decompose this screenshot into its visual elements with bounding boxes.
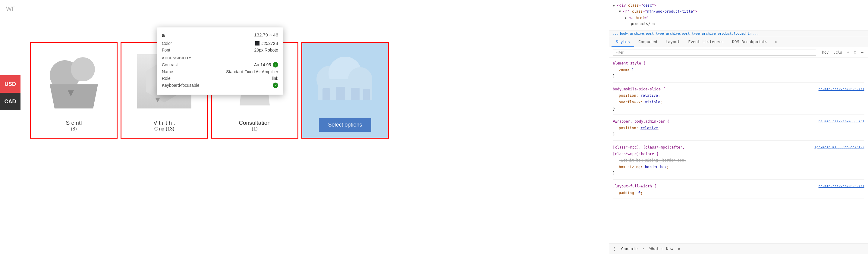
close-tab-button[interactable]: ✕: [678, 247, 680, 251]
product-title-1: S c ntl: [66, 120, 82, 126]
tooltip-font-label: Font: [162, 47, 170, 53]
css-property-webkit-box-sizing: -webkit-box-sizing: border-box;: [613, 157, 864, 164]
devtools-tabs: Styles Computed Layout Event Listeners D…: [609, 37, 868, 47]
product-count-3: (1): [252, 126, 258, 132]
css-source-1[interactable]: be.min.css?ver=26.6.7:1: [818, 86, 864, 92]
html-line-2: ▼ <h4 class="mfn-woo-product-title">: [613, 8, 864, 14]
tooltip-name-value: Standard Fixed Air Amplifier: [226, 69, 278, 74]
console-tab[interactable]: Console: [621, 247, 638, 251]
tab-computed[interactable]: Computed: [634, 37, 661, 47]
tooltip-color-row: Color #25272B: [162, 41, 278, 46]
css-selector-element-style: element.style {: [613, 60, 864, 67]
breadcrumb-path: body.archive.post-type-archive.post-type…: [620, 32, 752, 36]
tooltip-element: a: [162, 32, 165, 38]
product-title-2: V t r t h :: [153, 120, 175, 126]
color-swatch: [255, 41, 259, 45]
tooltip-color-value: #25272B: [255, 41, 278, 46]
css-block-mobile-side-slide: body.mobile-side-slide { be.min.css?ver=…: [613, 86, 864, 115]
devtools-console-bar: ⋮ Console • What's New ✕: [609, 243, 868, 254]
tooltip-contrast-value: Aa 14.95 ✓: [254, 62, 278, 67]
css-selector-mpc-1: [class*=mpc], [class*=mpc]:after, mpc-ma…: [613, 144, 864, 151]
tooltip-accessibility-title: ACCESSIBILITY: [162, 56, 278, 60]
cad-button[interactable]: CAD: [0, 93, 21, 110]
css-property-position: position: relative;: [613, 93, 864, 99]
breadcrumb-dots: ...: [613, 32, 619, 36]
css-selector-mobile-side-slide: body.mobile-side-slide { be.min.css?ver=…: [613, 86, 864, 93]
svg-rect-6: [351, 88, 360, 100]
product-title-3: Consultation: [239, 120, 271, 126]
tab-styles[interactable]: Styles: [612, 37, 634, 47]
tooltip-role-value: link: [272, 76, 278, 81]
html-line-3: ▶ <a href=": [613, 15, 864, 21]
tab-event-listeners[interactable]: Event Listeners: [684, 37, 728, 47]
devtools-html-area: ▶ <div class="desc"> ▼ <h4 class="mfn-wo…: [609, 0, 868, 30]
tooltip-role-row: Role link: [162, 76, 278, 81]
hov-button[interactable]: :hov: [818, 50, 830, 55]
devtools-breadcrumb: ... body.archive.post-type-archive.post-…: [609, 30, 868, 37]
tooltip-color-label: Color: [162, 41, 172, 46]
product-subtitle-2: C ng (13): [154, 126, 175, 132]
css-property-zoom: zoom: 1;: [613, 67, 864, 73]
product-card-4[interactable]: Select options: [301, 42, 389, 138]
collapse-button[interactable]: ⟵: [860, 50, 864, 55]
tooltip-font-row: Font 20px Roboto: [162, 47, 278, 53]
tooltip-name-row: Name Standard Fixed Air Amplifier: [162, 69, 278, 74]
css-selector-layout-full-width: .layout-full-width { be.min.css?ver=26.6…: [613, 183, 864, 190]
check-icon: ✓: [273, 62, 278, 67]
tooltip-dimensions: 132.79 × 46: [254, 32, 278, 37]
tab-layout[interactable]: Layout: [661, 37, 684, 47]
tooltip-name-label: Name: [162, 69, 173, 74]
cls-button[interactable]: .cls: [832, 50, 843, 55]
svg-rect-5: [336, 87, 345, 100]
css-block-wrapper: #wrapper, body.admin-bar { be.min.css?ve…: [613, 119, 864, 141]
tooltip-keyboard-row: Keyboard-focusable ✓: [162, 83, 278, 88]
select-options-button[interactable]: Select options: [319, 118, 371, 132]
main-content: WF USD CAD S c ntl (8): [0, 0, 609, 254]
css-property-box-sizing: box-sizing: border-box;: [613, 164, 864, 170]
tooltip-contrast-label: Contrast: [162, 62, 178, 67]
svg-rect-7: [363, 89, 370, 100]
cloud-image: [312, 52, 378, 100]
filter-input[interactable]: [613, 49, 816, 56]
html-line-1: ▶ <div class="desc">: [613, 2, 864, 8]
keyboard-check-icon: ✓: [273, 83, 278, 88]
css-property-position-2: position: relative;: [613, 125, 864, 132]
tooltip-contrast-row: Contrast Aa 14.95 ✓: [162, 62, 278, 67]
tab-more[interactable]: »: [772, 37, 780, 47]
layout-button[interactable]: ⊡: [853, 50, 858, 55]
css-close-4: }: [613, 170, 864, 177]
breadcrumb-dots-end: ...: [753, 32, 759, 36]
tooltip-font-value: 20px Roboto: [254, 47, 278, 53]
product-card-1[interactable]: S c ntl (8): [30, 42, 118, 138]
css-block-element-style: element.style { zoom: 1; }: [613, 60, 864, 83]
dot-separator: •: [643, 247, 645, 251]
css-close-2: }: [613, 106, 864, 113]
add-rule-button[interactable]: +: [846, 50, 850, 55]
css-close-3: }: [613, 131, 864, 138]
css-selector-wrapper: #wrapper, body.admin-bar { be.min.css?ve…: [613, 119, 864, 125]
css-source-4[interactable]: be.min.css?ver=26.6.7:1: [818, 183, 864, 189]
svg-rect-4: [322, 88, 330, 100]
product-image-1: [31, 43, 117, 120]
devtools-panel: ▶ <div class="desc"> ▼ <h4 class="mfn-wo…: [609, 0, 868, 254]
devtools-styles-content: element.style { zoom: 1; } body.mobile-s…: [609, 58, 868, 243]
product-grid: S c ntl (8) V t r t h : C ng (13): [0, 0, 609, 169]
css-close-1: }: [613, 73, 864, 80]
css-property-overflow-x: overflow-x: visible;: [613, 99, 864, 106]
tooltip-popup: a 132.79 × 46 Color #25272B Font 20px Ro…: [157, 27, 283, 95]
html-line-4: products/en: [613, 21, 864, 27]
currency-sidebar: USD CAD: [0, 75, 21, 110]
css-block-layout-full-width: .layout-full-width { be.min.css?ver=26.6…: [613, 183, 864, 199]
css-selector-mpc-2: [class*=mpc]:before {: [613, 151, 864, 158]
css-block-mpc: [class*=mpc], [class*=mpc]:after, mpc-ma…: [613, 144, 864, 180]
tooltip-role-label: Role: [162, 76, 170, 81]
css-property-padding: padding: 0;: [613, 190, 864, 196]
tooltip-keyboard-label: Keyboard-focusable: [162, 83, 199, 88]
css-source-3[interactable]: mpc-main.mi...3bb5ec7:122: [814, 144, 864, 150]
product-count-1: (8): [71, 126, 77, 132]
tab-dom-breakpoints[interactable]: DOM Breakpoints: [728, 37, 772, 47]
devtools-filter-toolbar: :hov .cls + ⊡ ⟵: [609, 47, 868, 58]
whats-new-tab[interactable]: What's New: [650, 247, 673, 251]
css-source-2[interactable]: be.min.css?ver=26.6.7:1: [818, 119, 864, 124]
usd-button[interactable]: USD: [0, 75, 21, 93]
